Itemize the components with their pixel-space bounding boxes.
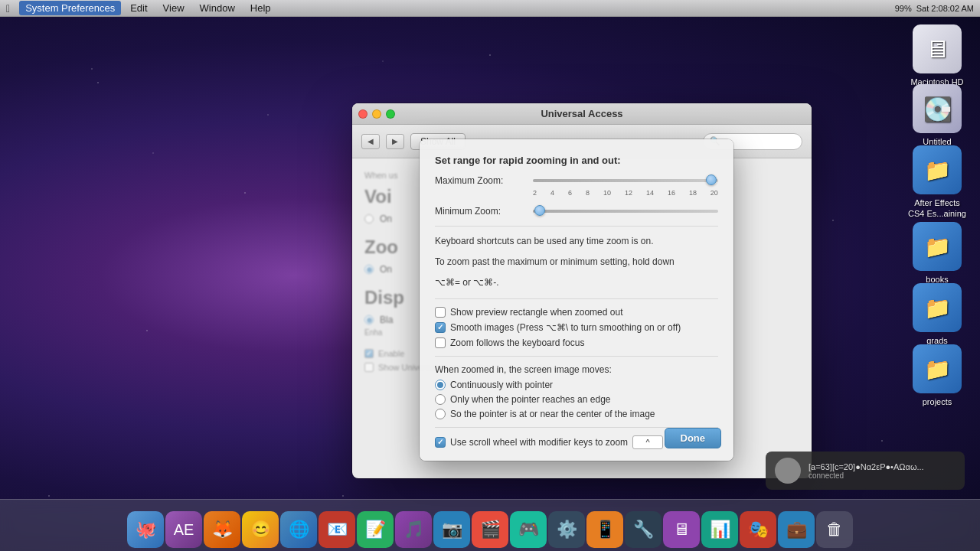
window-title: Universal Access (541, 108, 622, 119)
dock-icon-app8[interactable]: 📱 (586, 511, 623, 548)
dock-icon-app6[interactable]: 🎮 (510, 511, 547, 548)
movement-header: When zoomed in, the screen image moves: (435, 364, 718, 375)
divider-3 (435, 356, 718, 357)
menu-view[interactable]: View (157, 1, 191, 15)
dock-icon-app4[interactable]: 📷 (433, 511, 470, 548)
smooth-images-row: ✓ Smooth images (Press ⌥⌘\ to turn smoot… (435, 322, 718, 333)
desktop-icon-macintosh-hd[interactable]: 🖥 Macintosh HD (906, 24, 968, 87)
dock-icon-app1[interactable]: 📧 (318, 511, 355, 548)
min-zoom-row: Minimum Zoom: (435, 206, 718, 217)
scroll-wheel-label: Use scroll wheel with modifier keys to z… (450, 437, 628, 448)
zoom-past-text2: ⌥⌘= or ⌥⌘-. (435, 276, 718, 290)
smooth-images-label: Smooth images (Press ⌥⌘\ to turn smoothi… (450, 322, 681, 333)
dock-icon-app2[interactable]: 📝 (357, 511, 394, 548)
folder-icon-projects: 📁 (913, 344, 962, 393)
chat-notification: [a=63][c=20]●Nα2εΡ●•AΩαω... connected (766, 452, 965, 490)
zoom-dialog: Set range for rapid zooming in and out: … (420, 139, 733, 461)
dock-icon-app10[interactable]: 🖥 (663, 511, 700, 548)
nav-back-button[interactable]: ◀ (361, 134, 380, 149)
menubar-battery: 99% (895, 4, 912, 13)
max-zoom-label: Maximum Zoom: (435, 175, 527, 186)
dock-icon-smiley[interactable]: 😊 (242, 511, 279, 548)
dock-icon-app11[interactable]: 📊 (701, 511, 738, 548)
pointer-edge-row: Only when the pointer reaches an edge (435, 394, 718, 405)
dialog-header: Set range for rapid zooming in and out: (435, 155, 718, 166)
preview-rectangle-label: Show preview rectangle when zoomed out (450, 307, 622, 318)
folder-icon-ae: 📁 (913, 145, 962, 194)
desktop-icon-grads[interactable]: 📁 grads (906, 283, 968, 346)
scroll-wheel-checkbox[interactable]: ✓ (435, 437, 446, 448)
menubar-time: Sat 2:08:02 AM (916, 4, 974, 13)
max-zoom-thumb[interactable] (706, 174, 717, 185)
dock-icon-app13[interactable]: 💼 (778, 511, 815, 548)
max-zoom-slider[interactable] (533, 179, 718, 182)
close-button[interactable] (358, 109, 368, 119)
zoom-past-text: To zoom past the maximum or minimum sett… (435, 255, 718, 269)
desktop:  System Preferences Edit View Window He… (0, 0, 980, 551)
chat-content: [a=63][c=20]●Nα2εΡ●•AΩαω... connected (808, 462, 924, 480)
menubar:  System Preferences Edit View Window He… (0, 0, 980, 17)
pointer-center-row: So the pointer is at or near the center … (435, 409, 718, 419)
menu-system-preferences[interactable]: System Preferences (19, 1, 121, 15)
window-titlebar: Universal Access (352, 103, 812, 125)
preview-rectangle-row: Show preview rectangle when zoomed out (435, 307, 718, 318)
scroll-modifier-box[interactable]: ^ (632, 435, 663, 449)
desktop-icon-after-effects[interactable]: 📁 After Effects CS4 Es...aining (906, 145, 968, 220)
menubar-right: 99% Sat 2:08:02 AM (895, 4, 974, 13)
menu-items: System Preferences Edit View Window Help (19, 1, 276, 15)
nav-forward-button[interactable]: ▶ (386, 134, 404, 149)
folder-icon-books: 📁 (913, 222, 962, 271)
menu-edit[interactable]: Edit (124, 1, 153, 15)
keyboard-shortcuts-text: Keyboard shortcuts can be used any time … (435, 234, 718, 249)
hard-drive-icon: 🖥 (913, 24, 962, 73)
desktop-icon-projects[interactable]: 📁 projects (906, 344, 968, 407)
dock-icon-chrome[interactable]: 🌐 (280, 511, 317, 548)
chat-status: connected (808, 471, 924, 480)
maximize-button[interactable] (386, 109, 395, 119)
max-zoom-row: Maximum Zoom: (435, 175, 718, 186)
projects-label: projects (923, 396, 952, 407)
check-icon: ✓ (437, 323, 443, 331)
divider-1 (435, 226, 718, 227)
apple-menu[interactable]:  (6, 2, 10, 15)
minimize-button[interactable] (372, 109, 381, 119)
continuous-pointer-radio[interactable] (435, 380, 446, 390)
dock-icon-firefox[interactable]: 🦊 (204, 511, 240, 548)
dock-icon-app9[interactable]: 🔧 (625, 511, 662, 548)
traffic-lights (358, 109, 395, 119)
continuous-pointer-row: Continuously with pointer (435, 380, 718, 390)
preview-rectangle-checkbox[interactable] (435, 307, 446, 318)
dock-icon-app3[interactable]: 🎵 (395, 511, 432, 548)
chat-avatar (775, 458, 801, 484)
scroll-check-icon: ✓ (437, 438, 443, 446)
dock-icon-app5[interactable]: 🎬 (472, 511, 508, 548)
menu-help[interactable]: Help (244, 1, 277, 15)
smooth-images-checkbox[interactable]: ✓ (435, 322, 446, 333)
pointer-edge-radio[interactable] (435, 394, 446, 405)
done-button[interactable]: Done (665, 428, 722, 448)
min-zoom-label: Minimum Zoom: (435, 206, 527, 217)
dock-icon-app7[interactable]: ⚙️ (548, 511, 585, 548)
dock-icon-finder[interactable]: 🐙 (127, 511, 164, 548)
pointer-center-radio[interactable] (435, 409, 446, 419)
keyboard-focus-label: Zoom follows the keyboard focus (450, 337, 584, 348)
dock-icon-app12[interactable]: 🎭 (740, 511, 776, 548)
magnification-scale: 2 4 6 8 10 12 14 16 18 20 (533, 189, 718, 197)
min-zoom-thumb[interactable] (534, 205, 545, 216)
min-zoom-slider[interactable] (533, 210, 718, 213)
pointer-edge-label: Only when the pointer reaches an edge (450, 394, 610, 405)
divider-2 (435, 298, 718, 299)
magnification-row: 2 4 6 8 10 12 14 16 18 20 (435, 189, 718, 197)
keyboard-focus-checkbox[interactable] (435, 337, 446, 348)
keyboard-focus-row: Zoom follows the keyboard focus (435, 337, 718, 348)
pointer-center-label: So the pointer is at or near the center … (450, 409, 655, 419)
folder-icon-grads: 📁 (913, 283, 962, 332)
continuous-pointer-label: Continuously with pointer (450, 380, 553, 390)
dock-icon-trash[interactable]: 🗑 (816, 511, 853, 548)
chat-message: [a=63][c=20]●Nα2εΡ●•AΩαω... (808, 462, 924, 471)
dock-icon-after-effects[interactable]: AE (165, 511, 202, 548)
desktop-icon-untitled[interactable]: 💽 Untitled (906, 84, 968, 147)
menu-window[interactable]: Window (194, 1, 241, 15)
desktop-icon-books[interactable]: 📁 books (906, 222, 968, 285)
dock: 🐙 AE 🦊 😊 🌐 📧 📝 🎵 📷 🎬 🎮 ⚙️ 📱 🔧 🖥 📊 🎭 💼 🗑 (0, 499, 980, 551)
